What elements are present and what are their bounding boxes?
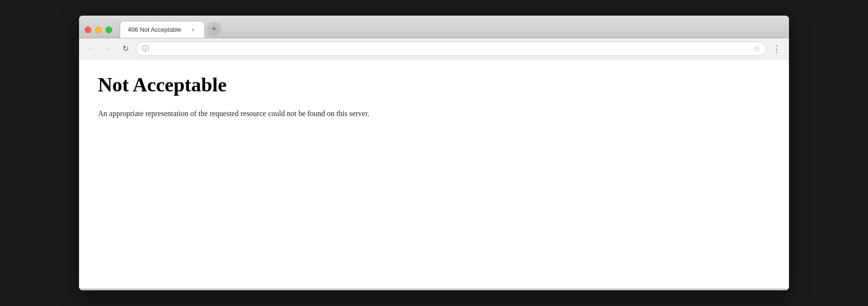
traffic-lights [85,27,112,38]
title-bar: 406 Not Acceptable × + [79,16,789,38]
forward-icon: → [105,45,112,53]
tab-strip: 406 Not Acceptable × + [120,21,783,38]
error-description: An appropriate representation of the req… [98,108,770,120]
tab-label: 406 Not Acceptable [128,26,181,33]
error-heading: Not Acceptable [98,73,770,96]
reload-button[interactable]: ↻ [119,42,132,55]
address-bar[interactable]: ⓘ ☆ [136,42,766,56]
forward-button[interactable]: → [102,42,115,55]
close-button[interactable] [85,27,91,33]
new-tab-button[interactable]: + [207,22,221,36]
nav-bar: ← → ↻ ⓘ ☆ ⋮ [79,38,789,59]
minimize-button[interactable] [95,27,102,33]
back-button[interactable]: ← [85,42,98,55]
reload-icon: ↻ [123,44,129,53]
tab-close-button[interactable]: × [189,26,197,34]
maximize-button[interactable] [106,27,112,33]
page-content: Not Acceptable An appropriate representa… [79,59,789,288]
browser-window: 406 Not Acceptable × + ← → ↻ ⓘ ☆ ⋮ [79,16,789,290]
back-icon: ← [88,45,95,53]
bookmark-star-icon[interactable]: ☆ [753,44,760,53]
browser-menu-button[interactable]: ⋮ [770,42,783,55]
info-icon: ⓘ [142,45,149,53]
bottom-bar [79,288,789,290]
active-tab[interactable]: 406 Not Acceptable × [120,21,205,38]
menu-icon: ⋮ [772,44,781,54]
